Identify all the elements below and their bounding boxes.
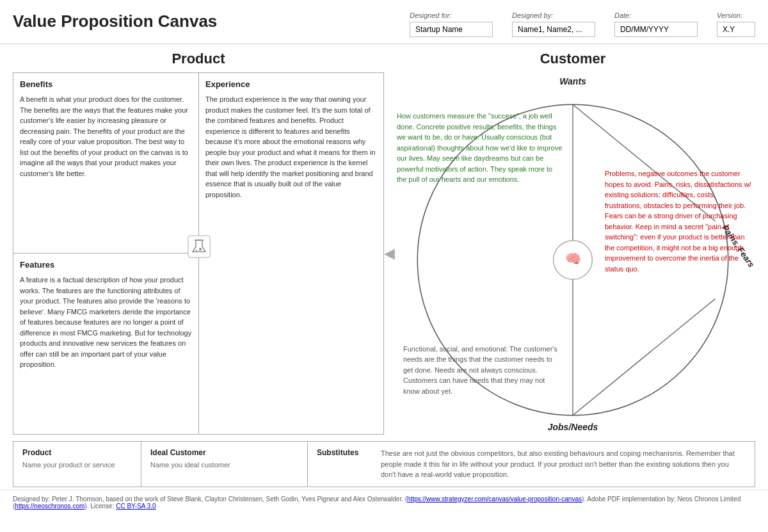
bottom-product-value: Name your product or service [22, 461, 132, 469]
version-label: Version: [717, 12, 755, 19]
version-input[interactable] [717, 22, 755, 37]
header: Value Proposition Canvas Designed for: D… [0, 0, 768, 44]
svg-rect-0 [188, 236, 210, 257]
needs-text: Functional, social, and emotional: The c… [403, 344, 563, 397]
features-title: Features [20, 260, 192, 270]
designed-by-field: Designed by: [512, 12, 595, 37]
customer-panel: Customer Wants Jobs/Needs Pains, Fears [390, 51, 755, 435]
svg-point-3 [196, 250, 197, 251]
footer-link2[interactable]: https://neoschronos.com [15, 503, 84, 510]
arrow-right-icon: ◀ [384, 245, 395, 262]
date-label: Date: [614, 12, 698, 19]
bottom-customer-section: Ideal Customer Name you ideal customer [141, 442, 308, 487]
footer-text1: Designed by: Peter J. Thomson, based on … [13, 496, 407, 503]
designed-for-input[interactable] [410, 22, 493, 37]
experience-title: Experience [205, 79, 377, 89]
version-field: Version: [717, 12, 755, 37]
page-title: Value Proposition Canvas [13, 12, 217, 31]
main-area: Product Benefits A benefit is what your … [0, 44, 768, 441]
benefits-text: A benefit is what your product does for … [20, 94, 192, 179]
designed-by-input[interactable] [512, 22, 595, 37]
footer-link3[interactable]: CC BY-SA 3.0 [116, 503, 156, 510]
substitutes-title: Substitutes [317, 448, 374, 480]
designed-by-label: Designed by: [512, 12, 595, 19]
experience-text: The product experience is the way that o… [205, 94, 377, 200]
pains-text: Problems, negative outcomes the customer… [605, 168, 752, 274]
footer-link1[interactable]: https://www.strategyzer.com/canvas/value… [407, 496, 582, 503]
date-input[interactable] [614, 22, 698, 37]
bottom-product-section: Product Name your product or service [13, 442, 141, 487]
circle-area: Wants Jobs/Needs Pains, Fears 🧠 [390, 72, 755, 435]
substitutes-text: These are not just the obvious competito… [381, 448, 746, 480]
designed-for-field: Designed for: [410, 12, 493, 37]
svg-point-2 [199, 248, 202, 250]
benefits-title: Benefits [20, 79, 192, 89]
wants-label: Wants [559, 76, 586, 86]
product-heading: Product [13, 51, 384, 67]
wants-text: How customers measure the "success", a j… [397, 111, 563, 185]
product-grid: Benefits A benefit is what your product … [13, 72, 384, 435]
benefits-section: Benefits A benefit is what your product … [13, 73, 198, 254]
bottom-substitutes-section: Substitutes These are not just the obvio… [308, 442, 755, 487]
bottom-customer-label: Ideal Customer [150, 448, 298, 457]
flask-icon [188, 235, 211, 258]
bottom-product-label: Product [22, 448, 132, 457]
features-text: A feature is a factual description of ho… [20, 275, 192, 370]
svg-text:🧠: 🧠 [565, 251, 582, 267]
footer-text3: ). License: [84, 503, 116, 510]
bottom-bar: Product Name your product or service Ide… [13, 441, 755, 487]
bottom-customer-value: Name you ideal customer [150, 461, 298, 469]
features-section: Features A feature is a factual descript… [13, 254, 198, 434]
experience-section: Experience ◀ The product experience is t… [199, 73, 383, 434]
product-panel: Product Benefits A benefit is what your … [13, 51, 384, 435]
designed-for-label: Designed for: [410, 12, 493, 19]
customer-heading: Customer [390, 51, 755, 67]
date-field: Date: [614, 12, 698, 37]
footer: Designed by: Peter J. Thomson, based on … [0, 490, 768, 515]
benefits-features-column: Benefits A benefit is what your product … [13, 73, 199, 434]
header-fields: Designed for: Designed by: Date: Version… [410, 12, 755, 37]
